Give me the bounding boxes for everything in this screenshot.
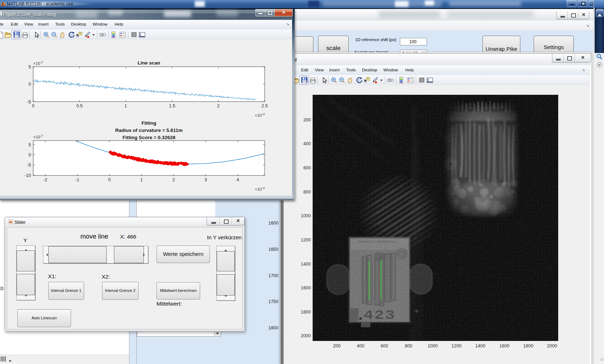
- svg-text:0: 0: [32, 103, 35, 108]
- svg-text:×10-3: ×10-3: [255, 112, 265, 117]
- svg-text:2: 2: [217, 103, 220, 108]
- svg-text:2.5: 2.5: [261, 103, 268, 108]
- svg-text:2: 2: [172, 177, 175, 182]
- svg-text:1: 1: [140, 177, 143, 182]
- svg-text:Fitting Score = 0.32628: Fitting Score = 0.32628: [123, 135, 176, 140]
- svg-text:-1: -1: [75, 177, 79, 182]
- svg-text:3: 3: [204, 177, 207, 182]
- svg-text:0: 0: [28, 82, 31, 87]
- svg-text:×10-7: ×10-7: [33, 134, 43, 139]
- svg-text:4: 4: [237, 177, 239, 182]
- svg-text:-2: -2: [43, 177, 47, 182]
- svg-text:Line scan: Line scan: [138, 60, 160, 66]
- svg-text:1.5: 1.5: [169, 103, 175, 108]
- svg-text:0.5: 0.5: [76, 103, 83, 108]
- svg-text:×10-3: ×10-3: [255, 186, 265, 191]
- svg-text:-10: -10: [25, 173, 31, 178]
- svg-text:×10-7: ×10-7: [33, 61, 43, 66]
- svg-text:Radius of curvature = 5.611m: Radius of curvature = 5.611m: [115, 128, 182, 133]
- svg-text:0: 0: [28, 152, 31, 157]
- svg-text:-5: -5: [27, 163, 31, 168]
- svg-text:Fitting: Fitting: [141, 120, 156, 126]
- svg-text:-5: -5: [27, 99, 31, 105]
- svg-text:0: 0: [108, 177, 111, 182]
- svg-text:5: 5: [28, 65, 31, 70]
- svg-text:1: 1: [124, 103, 127, 108]
- svg-text:5: 5: [28, 142, 31, 147]
